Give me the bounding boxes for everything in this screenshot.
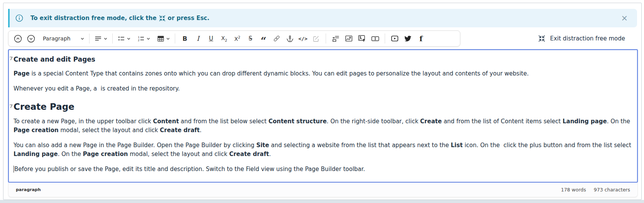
link-icon bbox=[272, 34, 281, 43]
paragraph: Page is a special Content Type that cont… bbox=[14, 69, 632, 78]
image-upload-icon bbox=[358, 34, 366, 43]
twitter-icon bbox=[404, 34, 412, 43]
edit-pencil-icon bbox=[312, 35, 320, 43]
banner-text-after: or press Esc. bbox=[168, 15, 210, 22]
numbered-list-dropdown[interactable]: 1 2 bbox=[136, 32, 152, 45]
upload-image-button[interactable] bbox=[356, 32, 368, 45]
numbered-list-icon: 1 2 bbox=[137, 35, 145, 43]
text-field-icon bbox=[371, 34, 380, 43]
info-icon bbox=[15, 14, 24, 22]
block-marker-icon bbox=[10, 57, 13, 60]
anchor-icon bbox=[286, 35, 294, 43]
code-button[interactable]: </> bbox=[297, 32, 309, 45]
editor-toolbar: Paragraph bbox=[8, 30, 460, 47]
chevron-down-icon bbox=[146, 37, 150, 41]
table-icon bbox=[157, 35, 165, 43]
editor-window: To exit distraction free mode, click the… bbox=[3, 3, 642, 200]
word-count: 178 words bbox=[561, 187, 586, 193]
bold-icon: B bbox=[183, 35, 187, 42]
align-left-icon bbox=[94, 35, 102, 43]
paragraph: To create a new Page, in the upper toolb… bbox=[14, 117, 632, 135]
paragraph-format-dropdown[interactable]: Paragraph bbox=[40, 32, 86, 45]
exit-distraction-free-label: Exit distraction free mode bbox=[550, 35, 625, 42]
toolbar-row: Paragraph bbox=[8, 30, 637, 47]
content-heading: Create Page bbox=[14, 102, 632, 112]
blockquote-icon: “ bbox=[261, 39, 267, 43]
edit-source-button[interactable] bbox=[310, 32, 322, 45]
block-marker-icon bbox=[10, 104, 13, 108]
strikethrough-icon: S bbox=[248, 35, 252, 42]
italic-icon: I bbox=[197, 35, 199, 42]
content-heading: Create and edit Pages bbox=[14, 55, 632, 63]
chevron-down-circle-icon bbox=[27, 34, 35, 43]
italic-button[interactable]: I bbox=[192, 32, 204, 45]
toolbar-separator bbox=[175, 34, 175, 44]
paragraph: You can also add a new Page in the Page … bbox=[14, 141, 632, 159]
editor-content[interactable]: Create and edit Pages Page is a special … bbox=[8, 49, 638, 183]
text-field-button[interactable] bbox=[369, 32, 381, 45]
embed-facebook-button[interactable]: f bbox=[415, 32, 427, 45]
collapse-icon bbox=[159, 15, 166, 22]
facebook-icon: f bbox=[419, 34, 423, 43]
image-icon bbox=[345, 34, 353, 43]
page-background-strip bbox=[0, 200, 644, 203]
paragraph: Whenever you edit a Page, a is created i… bbox=[14, 84, 632, 93]
text-cursor bbox=[14, 166, 14, 173]
chevron-up-circle-icon bbox=[14, 34, 22, 43]
banner-message: To exit distraction free mode, click the… bbox=[30, 15, 210, 22]
exit-distraction-free-button[interactable]: Exit distraction free mode bbox=[536, 30, 627, 47]
superscript-button[interactable]: X2 bbox=[231, 32, 243, 45]
current-block-type: paragraph bbox=[16, 187, 41, 192]
strikethrough-button[interactable]: S bbox=[244, 32, 257, 45]
blockquote-button[interactable]: “ bbox=[257, 32, 270, 45]
text-alignment-dropdown[interactable] bbox=[93, 32, 109, 45]
paragraph: Before you publish or save the Page, edi… bbox=[14, 165, 632, 174]
move-up-button[interactable] bbox=[12, 32, 24, 45]
banner-text-before: To exit distraction free mode, click the bbox=[30, 15, 157, 22]
underline-button[interactable]: U bbox=[205, 32, 217, 45]
insert-content-icon bbox=[332, 35, 340, 43]
insert-content-button[interactable] bbox=[330, 32, 342, 45]
paragraph-format-value: Paragraph bbox=[41, 35, 79, 42]
embed-youtube-button[interactable] bbox=[389, 32, 401, 45]
chevron-down-icon bbox=[103, 37, 108, 41]
anchor-button[interactable] bbox=[284, 32, 296, 45]
insert-image-button[interactable] bbox=[343, 32, 355, 45]
move-down-button[interactable] bbox=[25, 32, 37, 45]
distraction-free-banner: To exit distraction free mode, click the… bbox=[8, 9, 637, 27]
chevron-down-icon bbox=[166, 37, 170, 41]
code-icon: </> bbox=[298, 36, 307, 42]
insert-table-dropdown[interactable] bbox=[156, 32, 171, 45]
svg-text:2: 2 bbox=[138, 39, 139, 42]
character-count: 973 characters bbox=[594, 187, 630, 193]
toolbar-separator bbox=[385, 34, 385, 44]
banner-close-button[interactable]: × bbox=[619, 13, 630, 23]
underline-icon: U bbox=[209, 35, 213, 42]
editor-statusbar: paragraph 178 words 973 characters bbox=[8, 183, 638, 197]
subscript-button[interactable]: X2 bbox=[218, 32, 230, 45]
embed-twitter-button[interactable] bbox=[402, 32, 414, 45]
toolbar-separator bbox=[89, 34, 90, 44]
collapse-icon bbox=[538, 35, 546, 42]
bulleted-list-dropdown[interactable] bbox=[116, 32, 132, 45]
youtube-icon bbox=[390, 34, 399, 43]
chevron-down-icon bbox=[127, 37, 131, 41]
bold-button[interactable]: B bbox=[179, 32, 191, 45]
link-button[interactable] bbox=[270, 32, 283, 45]
superscript-icon: X2 bbox=[234, 35, 240, 42]
toolbar-separator bbox=[112, 34, 113, 44]
bulleted-list-icon bbox=[117, 35, 125, 43]
chevron-down-icon bbox=[80, 37, 85, 41]
toolbar-separator bbox=[326, 34, 326, 44]
subscript-icon: X2 bbox=[221, 35, 227, 42]
